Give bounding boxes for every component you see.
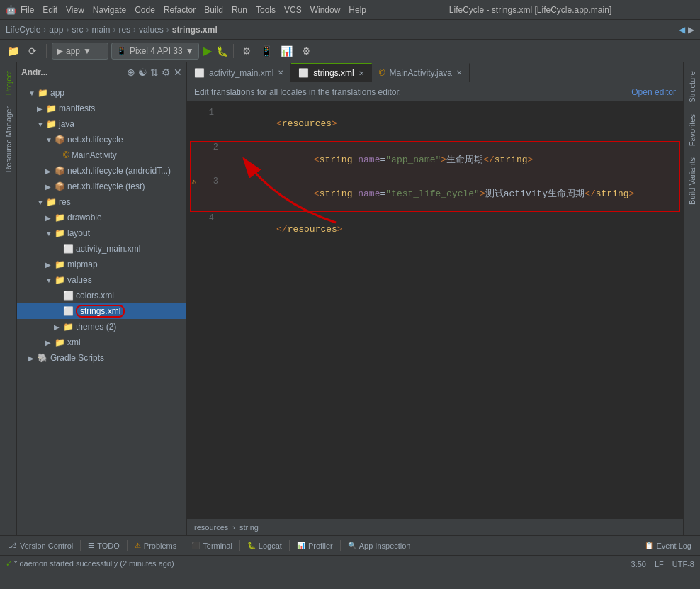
line-marker bbox=[187, 213, 193, 245]
close-panel-icon[interactable]: ✕ bbox=[174, 67, 182, 78]
tree-item-java[interactable]: ▼ 📁 java bbox=[17, 116, 186, 132]
status-position[interactable]: 3:50 bbox=[631, 560, 646, 568]
separator bbox=[184, 540, 184, 551]
menu-file[interactable]: File bbox=[21, 5, 34, 15]
breadcrumb-part[interactable]: values bbox=[139, 25, 164, 35]
expand-all-icon[interactable]: ⇅ bbox=[150, 67, 159, 78]
bc-resources[interactable]: resources bbox=[194, 523, 228, 532]
tab-mainactivity-java[interactable]: © MainActivity.java ✕ bbox=[372, 63, 470, 82]
menu-tools[interactable]: Tools bbox=[256, 5, 276, 15]
tree-item-layout[interactable]: ▼ 📁 layout bbox=[17, 225, 186, 241]
menu-navigate[interactable]: Navigate bbox=[93, 5, 126, 15]
tree-item-xml[interactable]: ▶ 📁 xml bbox=[17, 335, 186, 350]
breadcrumb-part[interactable]: LifeCycle bbox=[6, 25, 40, 35]
breadcrumb-part[interactable]: res bbox=[118, 25, 130, 35]
tree-item-mainactivity[interactable]: © MainActivity bbox=[17, 147, 186, 163]
build-variants-toggle[interactable]: Build Variants bbox=[687, 155, 698, 208]
breadcrumb-part[interactable]: main bbox=[91, 25, 110, 35]
profiler-icon: 📊 bbox=[297, 542, 305, 549]
bc-arrow: › bbox=[232, 523, 235, 532]
tree-item-package-test[interactable]: ▶ 📦 net.xh.lifecycle (test) bbox=[17, 179, 186, 194]
tree-item-drawable[interactable]: ▶ 📁 drawable bbox=[17, 210, 186, 225]
tab-version-control[interactable]: ⎇ Version Control bbox=[3, 537, 79, 554]
tab-problems[interactable]: ⚠ Problems bbox=[129, 537, 182, 554]
tab-logcat[interactable]: 🐛 Logcat bbox=[242, 537, 288, 554]
editor-tabs: ⬜ activity_main.xml ✕ ⬜ strings.xml ✕ © … bbox=[187, 62, 683, 82]
avd-manager-icon[interactable]: 📱 bbox=[259, 43, 276, 60]
tab-todo[interactable]: ☰ TODO bbox=[82, 537, 125, 554]
tree-item-mipmap[interactable]: ▶ 📁 mipmap bbox=[17, 257, 186, 272]
expand-icon: ▶ bbox=[45, 261, 52, 269]
code-line-4: 4 </resources> bbox=[187, 213, 683, 245]
separator bbox=[127, 540, 128, 551]
tab-activity-main-xml[interactable]: ⬜ activity_main.xml ✕ bbox=[187, 63, 291, 82]
code-editor[interactable]: 1 <resources> 2 <string name="app_name">… bbox=[187, 102, 683, 518]
tree-item-colors-xml[interactable]: ⬜ colors.xml bbox=[17, 288, 186, 303]
version-control-icon: ⎇ bbox=[9, 542, 17, 549]
bottom-breadcrumb: resources › string bbox=[187, 518, 683, 535]
folder-icon: 📁 bbox=[55, 228, 65, 238]
resource-manager-toggle[interactable]: Resource Manager bbox=[3, 103, 14, 176]
breadcrumb-part[interactable]: src bbox=[72, 25, 83, 35]
tab-close-icon[interactable]: ✕ bbox=[278, 69, 283, 77]
tab-terminal[interactable]: ⬛ Terminal bbox=[186, 537, 238, 554]
add-icon[interactable]: ⊕ bbox=[127, 67, 135, 78]
status-charset[interactable]: UTF-8 bbox=[672, 560, 694, 568]
back-nav-icon[interactable]: ◀ bbox=[679, 25, 685, 35]
folder-icon: 📁 bbox=[55, 275, 65, 285]
tree-item-package[interactable]: ▼ 📦 net.xh.lifecycle bbox=[17, 132, 186, 147]
project-icon[interactable]: 📁 bbox=[4, 43, 21, 60]
tab-app-inspection[interactable]: 🔍 App Inspection bbox=[342, 537, 417, 554]
menu-run[interactable]: Run bbox=[232, 5, 247, 15]
menu-edit[interactable]: Edit bbox=[43, 5, 57, 15]
locate-icon[interactable]: ☯ bbox=[138, 67, 147, 78]
menu-vcs[interactable]: VCS bbox=[284, 5, 302, 15]
favorites-panel-toggle[interactable]: Favorites bbox=[687, 111, 698, 149]
breadcrumb-part[interactable]: strings.xml bbox=[172, 25, 218, 35]
menu-help[interactable]: Help bbox=[349, 5, 366, 15]
line-number: 3 bbox=[197, 176, 225, 211]
settings-icon[interactable]: ⚙ bbox=[298, 43, 315, 60]
tab-event-log[interactable]: 📋 Event Log bbox=[639, 537, 697, 554]
menu-build[interactable]: Build bbox=[204, 5, 223, 15]
tab-close-icon[interactable]: ✕ bbox=[456, 69, 462, 77]
run-button[interactable]: ▶ bbox=[203, 44, 212, 57]
tree-item-themes[interactable]: ▶ 📁 themes (2) bbox=[17, 319, 186, 335]
line-content: </resources> bbox=[221, 213, 683, 245]
expand-icon: ▶ bbox=[45, 339, 52, 347]
tree-item-activity-main-xml[interactable]: ⬜ activity_main.xml bbox=[17, 241, 186, 257]
run-config-dropdown[interactable]: ▶ app ▼ bbox=[52, 43, 108, 60]
structure-panel-toggle[interactable]: Structure bbox=[687, 68, 698, 106]
folder-icon: 📁 bbox=[63, 322, 74, 332]
tree-item-strings-xml[interactable]: ⬜ strings.xml bbox=[17, 303, 186, 319]
project-tree: ▼ 📁 app ▶ 📁 manifests ▼ 📁 java ▼ 📦 net.x… bbox=[17, 82, 186, 535]
project-panel-toggle[interactable]: Project bbox=[3, 68, 14, 98]
tab-strings-xml[interactable]: ⬜ strings.xml ✕ bbox=[291, 63, 371, 82]
settings-icon[interactable]: ⚙ bbox=[162, 67, 171, 78]
menu-window[interactable]: Window bbox=[310, 5, 341, 15]
tree-item-gradle[interactable]: ▶ 🐘 Gradle Scripts bbox=[17, 350, 186, 366]
debug-button[interactable]: 🐛 bbox=[216, 45, 228, 57]
xml-tab-icon: ⬜ bbox=[298, 68, 309, 78]
device-dropdown[interactable]: 📱 Pixel 4 API 33 ▼ bbox=[111, 43, 199, 60]
logcat-icon: 🐛 bbox=[247, 542, 256, 549]
tree-item-values[interactable]: ▼ 📁 values bbox=[17, 272, 186, 288]
line-marker bbox=[191, 142, 197, 176]
status-encoding[interactable]: LF bbox=[655, 560, 664, 568]
tree-item-manifests[interactable]: ▶ 📁 manifests bbox=[17, 101, 186, 116]
sdk-manager-icon[interactable]: ⚙ bbox=[239, 43, 256, 60]
forward-nav-icon[interactable]: ▶ bbox=[688, 25, 694, 35]
open-editor-button[interactable]: Open editor bbox=[631, 87, 676, 97]
menu-code[interactable]: Code bbox=[135, 5, 155, 15]
menu-refactor[interactable]: Refactor bbox=[164, 5, 196, 15]
breadcrumb-part[interactable]: app bbox=[49, 25, 63, 35]
tree-item-package-android[interactable]: ▶ 📦 net.xh.lifecycle (androidT...) bbox=[17, 163, 186, 179]
bc-string[interactable]: string bbox=[239, 523, 259, 532]
sync-icon[interactable]: ⟳ bbox=[24, 43, 41, 60]
tree-item-app[interactable]: ▼ 📁 app bbox=[17, 85, 186, 101]
tab-close-icon[interactable]: ✕ bbox=[359, 69, 364, 77]
tab-profiler[interactable]: 📊 Profiler bbox=[291, 537, 339, 554]
menu-view[interactable]: View bbox=[66, 5, 84, 15]
tree-item-res[interactable]: ▼ 📁 res bbox=[17, 194, 186, 210]
profile-icon[interactable]: 📊 bbox=[278, 43, 295, 60]
